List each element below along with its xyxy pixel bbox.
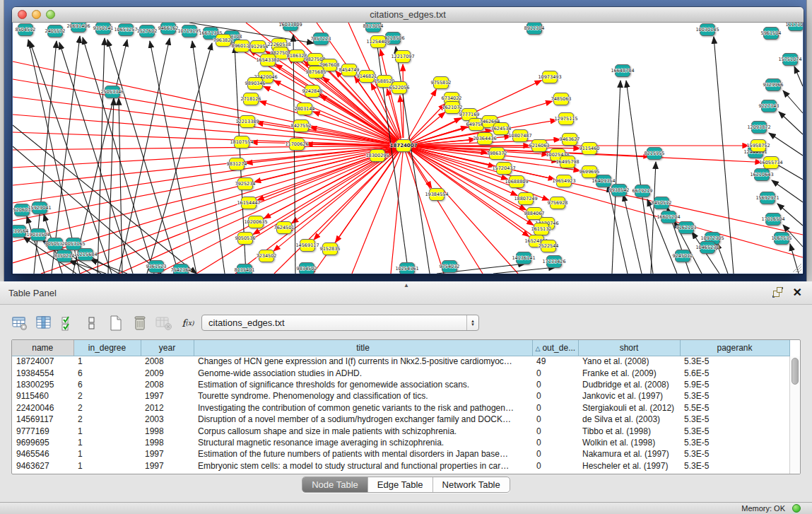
table-cell[interactable]: 5.3E-5 [680, 414, 789, 425]
table-cell[interactable]: 1997 [141, 448, 194, 460]
network-edge[interactable] [779, 112, 803, 134]
paper-node[interactable]: 5961504 [761, 28, 782, 40]
table-cell[interactable]: 18724007 [12, 356, 73, 367]
paper-node[interactable]: 1527602 [137, 25, 158, 37]
table-cell[interactable]: 5.9E-5 [680, 379, 789, 390]
citation-edge[interactable] [391, 146, 404, 274]
paper-node[interactable]: 16605204 [657, 211, 680, 223]
cited-paper-node[interactable]: 15720437 [492, 163, 515, 175]
table-cell[interactable]: 2 [73, 414, 141, 425]
paper-node[interactable]: 20053165 [61, 238, 85, 250]
cited-paper-node[interactable]: 10688809 [505, 176, 528, 188]
table-cell[interactable]: 9699695 [12, 437, 73, 448]
table-row[interactable]: 1938455462009Genome-wide association stu… [12, 367, 789, 378]
table-cell[interactable]: Tourette syndrome. Phenomenology and cla… [194, 390, 532, 402]
cited-paper-node[interactable]: 10807487 [508, 130, 531, 142]
citation-edge[interactable] [273, 151, 396, 251]
splitter-handle-icon[interactable]: ▲ [404, 282, 409, 288]
table-cell[interactable]: 6 [73, 367, 141, 378]
paper-node[interactable]: 20691406 [66, 23, 90, 33]
table-row[interactable]: 1456911722003Disruption of a novel membe… [12, 414, 789, 425]
table-cell[interactable]: 5.3E-5 [680, 437, 789, 448]
tab-edge-table[interactable]: Edge Table [368, 477, 433, 492]
paper-node[interactable]: 17016504 [761, 214, 784, 226]
paper-node[interactable]: 7542364 [171, 264, 192, 274]
network-edge[interactable] [769, 133, 803, 156]
cited-paper-node[interactable]: 7925234 [235, 178, 256, 190]
network-canvas-wrap[interactable]: 8504512240557220691406935014110653257152… [13, 23, 803, 274]
table-cell[interactable]: 2 [73, 390, 141, 402]
table-cell[interactable]: Stergiakouli et al. (2012) [578, 402, 680, 414]
table-cell[interactable]: 0 [532, 425, 578, 436]
paper-node[interactable]: 1167535 [772, 233, 792, 245]
new-table-icon[interactable] [107, 315, 124, 332]
table-cell[interactable]: 49 [532, 356, 578, 367]
cited-paper-node[interactable]: 8186328 [287, 50, 307, 62]
paper-node[interactable]: 7857223 [311, 33, 331, 45]
table-cell[interactable]: Nakamura et al. (1997) [578, 448, 680, 460]
cited-paper-node[interactable]: 7963822 [213, 35, 234, 47]
cited-paper-node[interactable]: 9242848 [302, 86, 323, 98]
table-cell[interactable]: 5.3E-5 [680, 390, 789, 402]
paper-node[interactable]: 9329966 [763, 79, 784, 91]
citation-edge[interactable] [411, 112, 445, 141]
cited-paper-node[interactable]: 9755812 [431, 77, 452, 89]
table-cell[interactable]: 1 [73, 460, 141, 472]
table-cell[interactable]: de Silva et al. (2003) [578, 414, 680, 425]
paper-node[interactable]: 9834502 [297, 263, 317, 274]
paper-node[interactable]: 16033809 [278, 23, 302, 31]
paper-node[interactable]: 6679219 [632, 185, 653, 197]
paper-node[interactable]: 8215955 [645, 148, 665, 160]
network-canvas[interactable]: 8504512240557220691406935014110653257152… [13, 23, 803, 274]
citation-edge[interactable] [13, 115, 404, 146]
network-edge[interactable] [119, 98, 122, 274]
table-selector-combobox[interactable]: citations_edges.txt ▲▼ [201, 315, 479, 331]
cited-paper-node[interactable]: 19384554 [425, 189, 448, 201]
table-cell[interactable]: Hescheler et al. (1997) [578, 460, 680, 472]
table-cell[interactable]: 2003 [141, 414, 194, 425]
cited-paper-node[interactable]: 2522544 [539, 240, 559, 252]
table-cell[interactable]: Dudbridge et al. (2008) [578, 379, 680, 390]
cited-paper-node[interactable]: 2718126 [241, 93, 261, 105]
table-row[interactable]: 1830029562008Estimation of significance … [12, 379, 789, 390]
table-cell[interactable]: Corpus callosum shape and size in male p… [194, 425, 532, 436]
cited-paper-node[interactable]: 8912954 [248, 41, 269, 53]
table-cell[interactable]: 0 [532, 379, 578, 390]
table-cell[interactable]: 0 [532, 460, 578, 472]
network-edge[interactable] [790, 244, 799, 274]
table-cell[interactable]: 0 [532, 390, 578, 402]
table-cell[interactable]: 9463627 [12, 460, 73, 472]
cited-paper-node[interactable]: 9152835 [320, 243, 341, 255]
table-cell[interactable]: 5.5E-5 [680, 402, 789, 414]
network-edge[interactable] [777, 204, 803, 226]
paper-node[interactable]: 25053346 [100, 86, 124, 98]
paper-node[interactable]: 10030145 [695, 24, 719, 36]
table-cell[interactable]: 1 [73, 425, 141, 436]
table-cell[interactable]: 22420046 [12, 402, 73, 414]
select-columns-icon[interactable] [59, 315, 76, 332]
table-row[interactable]: 1872400712008Changes of HCN gene express… [12, 356, 789, 367]
paper-node[interactable]: 10719195 [177, 25, 201, 37]
table-row[interactable]: 946554611997Estimation of the future num… [12, 448, 789, 460]
cited-paper-node[interactable]: 8427552 [291, 120, 312, 132]
cited-paper-node[interactable]: 18107554 [230, 136, 253, 148]
table-cell[interactable]: 6 [73, 379, 141, 390]
table-cell[interactable]: 2008 [141, 379, 194, 390]
cited-paper-node[interactable]: 7485063 [551, 93, 572, 105]
window-resize-grip[interactable] [793, 264, 801, 272]
delete-column-icon[interactable] [131, 315, 148, 332]
column-header-year[interactable]: year [141, 340, 194, 356]
network-window-titlebar[interactable]: citations_edges.txt [12, 7, 804, 23]
table-row[interactable]: 946362711997Embryonic stem cells: a mode… [12, 460, 789, 472]
paper-node[interactable]: 15692971 [755, 192, 779, 204]
table-row[interactable]: 911546021997Tourette syndrome. Phenomeno… [12, 390, 789, 402]
memory-status-icon[interactable] [792, 504, 801, 513]
table-cell[interactable]: 1997 [141, 390, 194, 402]
table-cell[interactable]: 0 [532, 437, 578, 448]
network-edge[interactable] [783, 90, 803, 113]
cited-paper-node[interactable]: 9050536 [235, 233, 256, 245]
tab-node-table[interactable]: Node Table [302, 477, 368, 492]
row-height-icon[interactable] [83, 315, 100, 332]
table-cell[interactable]: 1 [73, 356, 141, 367]
cited-paper-node[interactable]: 12217097 [391, 51, 414, 63]
